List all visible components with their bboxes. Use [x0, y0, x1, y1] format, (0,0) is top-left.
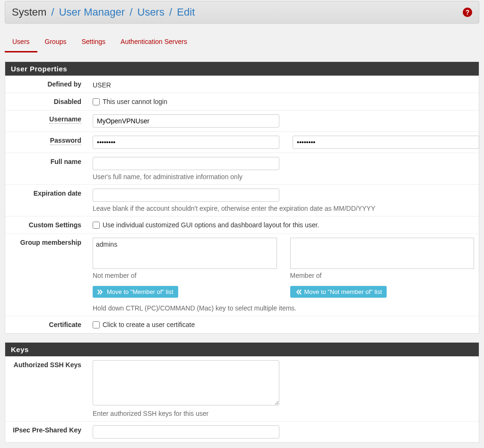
label-full-name: Full name [5, 153, 88, 184]
tab-users[interactable]: Users [5, 33, 37, 52]
label-certificate: Certificate [5, 316, 88, 333]
hint-multi-select: Hold down CTRL (PC)/COMMAND (Mac) key to… [93, 304, 474, 312]
tabs: Users Groups Settings Authentication Ser… [5, 33, 479, 53]
tab-groups[interactable]: Groups [37, 33, 74, 52]
listbox-member[interactable] [290, 238, 475, 269]
tab-settings[interactable]: Settings [74, 33, 113, 52]
double-chevron-left-icon [295, 289, 302, 295]
help-full-name: User's full name, for administrative inf… [93, 173, 474, 181]
checkbox-certificate[interactable] [93, 321, 100, 328]
checkbox-disabled-text: This user cannot login [103, 98, 167, 105]
label-ipsec-psk: IPsec Pre-Shared Key [5, 422, 88, 442]
move-to-member-button[interactable]: Move to "Member of" list [93, 286, 178, 298]
list-item[interactable]: admins [95, 240, 275, 249]
input-ipsec-psk[interactable] [93, 425, 279, 439]
breadcrumb: System / User Manager / Users / Edit [12, 6, 195, 18]
caption-member: Member of [290, 272, 475, 279]
help-ssh-keys: Enter authorized SSH keys for this user [93, 410, 474, 417]
label-disabled: Disabled [5, 93, 88, 110]
label-group-membership: Group membership [5, 234, 88, 316]
breadcrumb-link[interactable]: Users [138, 6, 164, 18]
breadcrumb-root: System [12, 6, 46, 18]
page-header: System / User Manager / Users / Edit ? [5, 1, 479, 24]
panel-title: User Properties [5, 62, 479, 76]
input-full-name[interactable] [93, 157, 279, 170]
breadcrumb-link[interactable]: Edit [177, 6, 195, 18]
input-username[interactable] [93, 114, 279, 128]
label-defined-by: Defined by [5, 76, 88, 93]
caption-not-member: Not member of [93, 272, 277, 279]
breadcrumb-link[interactable]: User Manager [59, 6, 125, 18]
input-password[interactable] [93, 136, 279, 149]
checkbox-certificate-text: Click to create a user certificate [103, 321, 195, 328]
checkbox-custom-settings-text: Use individual customized GUI options an… [103, 221, 319, 229]
input-password-confirm[interactable] [293, 136, 479, 149]
panel-title: Keys [5, 343, 479, 356]
label-expiration: Expiration date [5, 185, 88, 216]
label-ssh-keys: Authorized SSH Keys [5, 356, 88, 421]
checkbox-custom-settings[interactable] [93, 222, 100, 229]
label-password: Password [5, 132, 88, 153]
help-expiration: Leave blank if the account shouldn't exp… [93, 205, 474, 212]
checkbox-disabled[interactable] [93, 98, 100, 105]
label-custom-settings: Custom Settings [5, 216, 88, 233]
listbox-not-member[interactable]: admins [93, 238, 277, 269]
double-chevron-right-icon [97, 289, 104, 295]
label-username: Username [5, 111, 88, 131]
tab-auth-servers[interactable]: Authentication Servers [113, 33, 195, 52]
value-defined-by: USER [93, 79, 111, 89]
panel-user-properties: User Properties Defined by USER Disabled… [5, 61, 479, 334]
input-expiration[interactable] [93, 189, 279, 202]
move-to-not-member-button[interactable]: Move to "Not member of" list [290, 286, 387, 298]
textarea-ssh-keys[interactable] [93, 360, 279, 405]
help-icon[interactable]: ? [463, 8, 472, 17]
panel-keys: Keys Authorized SSH Keys Enter authorize… [5, 342, 479, 443]
